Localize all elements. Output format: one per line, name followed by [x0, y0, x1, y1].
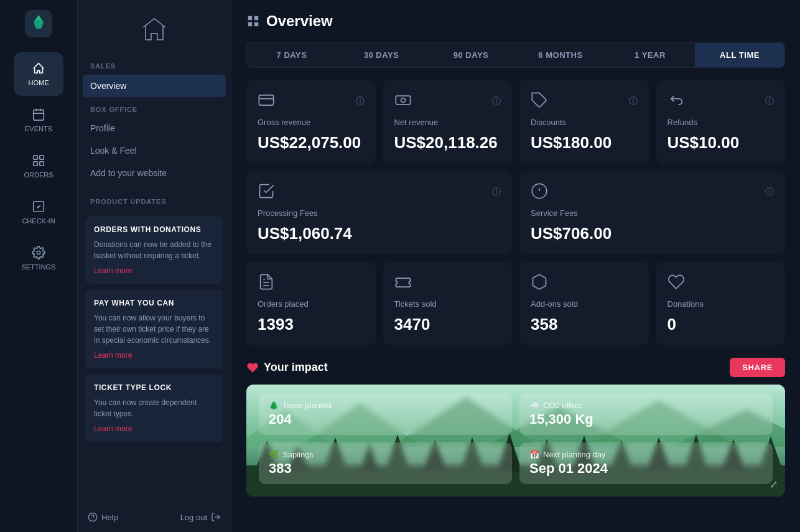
time-tabs: 7 DAYS 30 DAYS 90 DAYS 6 MONTHS 1 YEAR A… [246, 42, 785, 68]
metric-donations: Donations 0 [656, 262, 786, 345]
tickets-sold-value: 3470 [394, 315, 501, 334]
learn-more-pay[interactable]: Learn more [94, 351, 215, 360]
donations-value: 0 [667, 315, 774, 334]
impact-stats-grid: 🌲 Trees planted 204 ☁️ CO2 offset 15,300… [259, 393, 773, 484]
grid-icon [246, 14, 260, 28]
orders-placed-label: Orders placed [258, 299, 365, 309]
discounts-value: US$180.00 [531, 133, 638, 152]
saplings-value: 383 [269, 460, 502, 477]
svg-rect-17 [254, 22, 258, 26]
boxoffice-section-label: BOX OFFICE [78, 98, 231, 117]
heart-icon [667, 273, 685, 293]
svg-rect-8 [40, 162, 44, 166]
impact-banner: 🌲 Trees planted 204 ☁️ CO2 offset 15,300… [246, 385, 785, 497]
metric-addons-sold: Add-ons sold 358 [519, 262, 649, 345]
service-fees-value: US$706.00 [531, 224, 774, 243]
update-title-lock: TICKET TYPE LOCK [94, 383, 215, 392]
tree-stat-icon: 🌲 [269, 401, 279, 410]
sidebar-item-add-website[interactable]: Add to your website [78, 162, 231, 184]
nav-events-label: EVENTS [25, 125, 52, 133]
svg-rect-18 [259, 95, 273, 105]
metric-tickets-sold: Tickets sold 3470 [383, 262, 513, 345]
info-icon-refunds[interactable]: ⓘ [765, 96, 774, 107]
processing-fees-value: US$1,060.74 [258, 224, 501, 243]
metric-service-fees: ⓘ Service Fees US$706.00 [519, 171, 785, 254]
nav-events[interactable]: EVENTS [14, 98, 63, 142]
sidebar-item-look-feel[interactable]: Look & Feel [78, 139, 231, 162]
tag-icon [531, 91, 548, 111]
impact-stat-co2: ☁️ CO2 offset 15,300 Kg [519, 393, 773, 435]
update-desc-lock: You can now create dependent ticket type… [94, 397, 215, 419]
nav-home[interactable]: HOME [14, 52, 63, 96]
net-revenue-label: Net revenue [394, 118, 501, 127]
sales-section-label: SALES [78, 55, 231, 73]
svg-rect-7 [34, 162, 37, 166]
cloud-stat-icon: ☁️ [529, 401, 539, 410]
svg-rect-15 [254, 16, 258, 20]
info-icon-service[interactable]: ⓘ [765, 187, 774, 198]
tab-30days[interactable]: 30 DAYS [337, 43, 426, 67]
sidebar-updates: ORDERS WITH DONATIONS Donations can now … [78, 209, 231, 502]
share-button[interactable]: SHARE [730, 358, 785, 377]
main-content: Overview 7 DAYS 30 DAYS 90 DAYS 6 MONTHS… [231, 0, 800, 532]
info-icon-net[interactable]: ⓘ [492, 96, 501, 107]
metric-gross-revenue: ⓘ Gross revenue US$22,075.00 [246, 80, 376, 164]
sidebar-item-overview[interactable]: Overview [83, 75, 226, 97]
learn-more-donations[interactable]: Learn more [94, 266, 215, 275]
update-title-pay: PAY WHAT YOU CAN [94, 299, 215, 307]
impact-banner-overlay: 🌲 Trees planted 204 ☁️ CO2 offset 15,300… [246, 385, 785, 497]
external-link-icon[interactable]: ⤢ [770, 478, 778, 490]
svg-rect-14 [248, 16, 252, 20]
update-card-donations: ORDERS WITH DONATIONS Donations can now … [85, 217, 223, 284]
update-card-ticket-lock: TICKET TYPE LOCK You can now create depe… [85, 375, 223, 442]
info-icon-gross[interactable]: ⓘ [356, 96, 365, 107]
impact-title: Your impact [246, 361, 328, 374]
sidebar-home-icon [78, 0, 231, 55]
sidebar-item-profile[interactable]: Profile [78, 117, 231, 139]
addons-sold-value: 358 [531, 315, 638, 334]
svg-rect-5 [34, 156, 37, 159]
metric-discounts: ⓘ Discounts US$180.00 [519, 80, 649, 164]
update-desc-donations: Donations can now be added to the basket… [94, 239, 215, 261]
gross-revenue-value: US$22,075.00 [258, 133, 365, 152]
metrics-row-3: Orders placed 1393 Tickets sold 3470 [246, 262, 785, 345]
tab-7days[interactable]: 7 DAYS [247, 43, 337, 67]
app-logo[interactable] [25, 10, 52, 52]
svg-point-11 [88, 513, 96, 521]
nav-settings-label: SETTINGS [21, 263, 55, 271]
tickets-sold-label: Tickets sold [394, 299, 501, 309]
svg-rect-6 [40, 156, 44, 159]
info-icon-discounts[interactable]: ⓘ [629, 96, 638, 107]
impact-stat-next-planting: 📅 Next planting day Sep 01 2024 [519, 442, 773, 484]
nav-settings[interactable]: SETTINGS [14, 236, 63, 280]
tab-6months[interactable]: 6 MONTHS [516, 43, 605, 67]
logout-button[interactable]: Log out [180, 512, 221, 522]
nav-home-label: HOME [29, 79, 49, 86]
update-desc-pay: You can now allow your buyers to set the… [94, 312, 215, 346]
sidebar-footer: Help Log out [78, 502, 231, 532]
tab-90days[interactable]: 90 DAYS [426, 43, 516, 67]
addons-icon [531, 273, 548, 293]
metric-refunds: ⓘ Refunds US$10.00 [656, 80, 786, 164]
co2-offset-value: 15,300 Kg [529, 411, 763, 427]
receipt-icon [258, 182, 275, 202]
nav-checkin-label: CHECK-IN [22, 217, 55, 225]
nav-checkin[interactable]: CHECK-IN [14, 190, 63, 234]
info-icon-processing[interactable]: ⓘ [492, 187, 501, 198]
tab-alltime[interactable]: ALL TIME [695, 43, 784, 67]
metric-net-revenue: ⓘ Net revenue US$20,118.26 [383, 80, 513, 164]
learn-more-lock[interactable]: Learn more [94, 424, 215, 433]
update-title-donations: ORDERS WITH DONATIONS [94, 225, 215, 234]
service-icon [531, 182, 548, 202]
metric-orders-placed: Orders placed 1393 [246, 262, 376, 345]
orders-placed-value: 1393 [258, 315, 365, 334]
help-button[interactable]: Help [88, 512, 118, 522]
gross-revenue-label: Gross revenue [258, 118, 365, 127]
nav-orders[interactable]: ORDERS [14, 144, 63, 188]
tab-1year[interactable]: 1 YEAR [605, 43, 695, 67]
refunds-value: US$10.00 [667, 133, 774, 152]
product-updates-section-label: PRODUCT UPDATES [78, 190, 231, 209]
impact-header: Your impact SHARE [246, 358, 785, 377]
next-planting-value: Sep 01 2024 [529, 460, 763, 477]
refunds-label: Refunds [667, 118, 774, 127]
